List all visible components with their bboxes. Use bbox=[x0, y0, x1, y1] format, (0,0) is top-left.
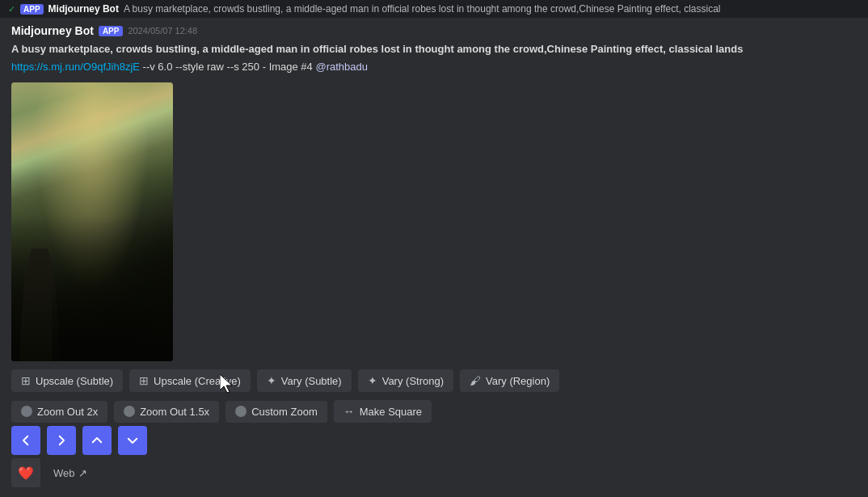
main-content: Midjourney Bot APP 2024/05/07 12:48 A bu… bbox=[0, 18, 868, 494]
bot-header: Midjourney Bot APP 2024/05/07 12:48 bbox=[11, 24, 857, 37]
arrow-down-icon bbox=[125, 433, 140, 448]
bottom-row: ❤️ Web ↗ bbox=[11, 458, 857, 487]
zoom-out-1-5x-label: Zoom Out 1.5x bbox=[140, 406, 209, 418]
make-square-icon: ↔ bbox=[343, 405, 355, 418]
action-row-2: Zoom Out 2x Zoom Out 1.5x Custom Zoom ↔ … bbox=[11, 400, 857, 423]
upscale-subtle-label: Upscale (Subtle) bbox=[36, 375, 113, 387]
arrow-down-button[interactable] bbox=[118, 426, 147, 455]
top-bar: ✓ APP Midjourney Bot A busy marketplace,… bbox=[0, 0, 868, 18]
vary-subtle-icon: ✦ bbox=[267, 374, 276, 387]
arrow-right-button[interactable] bbox=[47, 426, 76, 455]
upscale-subtle-button[interactable]: ⊞ Upscale (Subtle) bbox=[11, 369, 123, 392]
custom-zoom-button[interactable]: Custom Zoom bbox=[225, 401, 327, 423]
image-silhouettes bbox=[11, 216, 173, 361]
zoom-out-2x-button[interactable]: Zoom Out 2x bbox=[11, 401, 107, 423]
top-bot-name: Midjourney Bot bbox=[48, 3, 119, 15]
check-icon: ✓ bbox=[8, 4, 15, 15]
prompt-params: --v 6.0 --style raw --s 250 - Image #4 bbox=[143, 61, 316, 73]
vary-region-button[interactable]: 🖌 Vary (Region) bbox=[460, 369, 559, 392]
vary-strong-icon: ✦ bbox=[368, 374, 377, 387]
arrow-nav-row bbox=[11, 426, 857, 455]
prompt-text-main: A busy marketplace, crowds bustling, a m… bbox=[11, 42, 857, 57]
upscale-creative-button[interactable]: ⊞ Upscale (Creative) bbox=[129, 369, 251, 392]
zoom-2x-icon bbox=[21, 406, 32, 417]
arrow-up-icon bbox=[90, 433, 104, 448]
web-label: Web bbox=[53, 467, 75, 479]
arrow-left-button[interactable] bbox=[11, 426, 40, 455]
external-link-icon: ↗ bbox=[78, 467, 87, 479]
app-badge-main: APP bbox=[99, 26, 124, 36]
top-prompt-preview: A busy marketplace, crowds bustling, a m… bbox=[124, 3, 721, 15]
generated-image[interactable] bbox=[11, 82, 173, 361]
make-square-button[interactable]: ↔ Make Square bbox=[334, 400, 432, 423]
zoom-out-1-5x-button[interactable]: Zoom Out 1.5x bbox=[114, 401, 219, 423]
arrow-up-button[interactable] bbox=[82, 426, 112, 455]
make-square-label: Make Square bbox=[360, 406, 422, 418]
vary-subtle-label: Vary (Subtle) bbox=[281, 375, 342, 387]
prompt-meta: https://s.mj.run/O9qfJih8zjE --v 6.0 --s… bbox=[11, 60, 857, 74]
upscale-creative-label: Upscale (Creative) bbox=[154, 375, 241, 387]
custom-zoom-label: Custom Zoom bbox=[251, 406, 318, 418]
vary-strong-label: Vary (Strong) bbox=[382, 375, 444, 387]
figure-crowd bbox=[52, 280, 173, 361]
action-row-1: ⊞ Upscale (Subtle) ⊞ Upscale (Creative) … bbox=[11, 369, 857, 392]
bot-display-name: Midjourney Bot bbox=[11, 24, 94, 37]
grid-icon-1: ⊞ bbox=[21, 374, 31, 387]
image-url-link[interactable]: https://s.mj.run/O9qfJih8zjE bbox=[11, 61, 140, 73]
mention-tag: @rathbadu bbox=[315, 61, 368, 73]
arrow-right-icon bbox=[54, 433, 69, 448]
vary-strong-button[interactable]: ✦ Vary (Strong) bbox=[358, 369, 453, 392]
web-button[interactable]: Web ↗ bbox=[47, 464, 94, 482]
message-timestamp: 2024/05/07 12:48 bbox=[128, 26, 197, 36]
custom-zoom-icon bbox=[235, 406, 246, 417]
app-badge-top: APP bbox=[20, 4, 44, 15]
vary-region-label: Vary (Region) bbox=[486, 375, 550, 387]
arrow-left-icon bbox=[19, 433, 33, 448]
vary-region-icon: 🖌 bbox=[470, 374, 481, 387]
heart-icon: ❤️ bbox=[18, 465, 34, 481]
grid-icon-2: ⊞ bbox=[139, 374, 149, 387]
zoom-out-2x-label: Zoom Out 2x bbox=[37, 406, 98, 418]
vary-subtle-button[interactable]: ✦ Vary (Subtle) bbox=[257, 369, 352, 392]
heart-button[interactable]: ❤️ bbox=[11, 458, 40, 487]
zoom-1-5x-icon bbox=[124, 406, 135, 417]
